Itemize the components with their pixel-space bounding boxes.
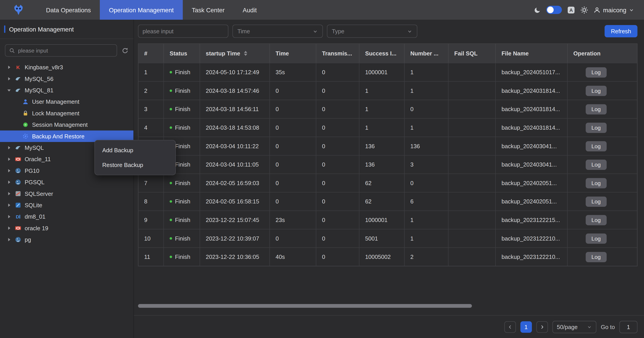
sort-icon[interactable]: [244, 51, 247, 56]
log-button[interactable]: Log: [586, 141, 606, 151]
table-row: 2Finish2024-03-18 14:57:460011backup_202…: [138, 81, 637, 100]
chevron-down-icon: [407, 29, 412, 34]
cell-time: 0: [270, 100, 316, 118]
page-number-1[interactable]: 1: [520, 321, 532, 333]
expand-arrow-icon[interactable]: [6, 87, 12, 93]
cell-operation: Log: [568, 155, 637, 174]
expand-arrow-icon[interactable]: [6, 190, 12, 197]
expand-arrow-icon[interactable]: [6, 179, 12, 185]
gear-icon[interactable]: [580, 6, 588, 14]
context-menu: Add BackupRestore Backup: [94, 140, 176, 175]
horizontal-scrollbar: [138, 304, 638, 308]
filter-search-input[interactable]: [142, 28, 224, 34]
sidebar-item-pgsql[interactable]: PGSQL: [0, 176, 134, 188]
log-button[interactable]: Log: [586, 215, 606, 225]
column-header-startup-time[interactable]: startup Time: [200, 44, 270, 63]
user-management-icon: [22, 99, 29, 105]
table-body: 1Finish2024-05-10 17:12:4935s010000011ba…: [138, 63, 637, 266]
database-tree: K Kingbase_v8r3 MySQL_56 MySQL_81 User M…: [0, 59, 134, 338]
horizontal-scrollbar-thumb[interactable]: [138, 304, 472, 308]
log-button[interactable]: Log: [586, 233, 606, 243]
cell-number: 136: [404, 137, 448, 155]
user-menu[interactable]: maicong: [594, 6, 634, 13]
sidebar-item-dm8-01[interactable]: D dm8_01: [0, 211, 134, 222]
next-page-button[interactable]: [536, 321, 548, 333]
cell-file-name: backup_2023122215...: [496, 211, 568, 229]
log-button[interactable]: Log: [586, 122, 606, 133]
expand-arrow-icon[interactable]: [6, 225, 12, 231]
sidebar-search-input[interactable]: [18, 47, 113, 54]
expand-arrow-icon[interactable]: [6, 156, 12, 162]
sidebar-item-sqlite[interactable]: SQLite: [0, 199, 134, 211]
log-button[interactable]: Log: [586, 178, 606, 188]
cell-operation: Log: [568, 248, 637, 266]
tree-item-label: PGSQL: [24, 179, 44, 185]
sidebar-item-lock-management[interactable]: Lock Management: [0, 107, 134, 119]
cell-success: 1000001: [359, 63, 404, 81]
sidebar-item-pg[interactable]: pg: [0, 234, 134, 245]
tree-item-label: Oracle_11: [24, 156, 51, 162]
cell-success: 1: [359, 100, 404, 118]
cell-time: 0: [270, 118, 316, 137]
sidebar-item-sqlserver[interactable]: SQLServer: [0, 188, 134, 199]
cell-startup-time: 2023-12-22 10:36:05: [200, 248, 270, 266]
status-dot: [170, 219, 172, 221]
filter-bar: Time Type Refresh: [134, 20, 644, 38]
table-header-row: #Statusstartup TimeTimeTransmis...Succes…: [138, 44, 637, 63]
type-select[interactable]: Type: [327, 24, 417, 38]
theme-toggle[interactable]: [546, 6, 562, 14]
cell-operation: Log: [568, 118, 637, 137]
sidebar-search-box: [5, 44, 117, 56]
cell-transmission: 0: [316, 63, 359, 81]
tree-item-label: SQLServer: [24, 190, 53, 197]
expand-arrow-icon[interactable]: [6, 236, 12, 243]
expand-arrow-icon[interactable]: [6, 64, 12, 70]
language-icon[interactable]: A: [567, 6, 575, 14]
cell-operation: Log: [568, 63, 637, 81]
prev-page-button[interactable]: [504, 321, 516, 333]
sidebar-item-kingbase-v8r3[interactable]: K Kingbase_v8r3: [0, 61, 134, 73]
sidebar-item-mysql-81[interactable]: MySQL_81: [0, 84, 134, 96]
tree-item-label: MySQL_56: [24, 75, 54, 82]
cell-success: 136: [359, 137, 404, 155]
svg-text:D: D: [16, 214, 19, 219]
cell-fail-sql: [448, 100, 496, 118]
refresh-tree-icon[interactable]: [122, 47, 128, 54]
menu-item-restore-backup[interactable]: Restore Backup: [95, 158, 176, 172]
table-row: 10Finish2023-12-22 10:39:070050011backup…: [138, 229, 637, 248]
sidebar-item-oracle-19[interactable]: oracle 19: [0, 222, 134, 234]
log-button[interactable]: Log: [586, 104, 606, 114]
cell-index: 11: [138, 248, 164, 266]
expand-arrow-icon[interactable]: [6, 213, 12, 220]
chevron-left-icon: [508, 324, 512, 329]
cell-fail-sql: [448, 192, 496, 211]
nav-item-data-operations[interactable]: Data Operations: [37, 0, 100, 20]
sidebar-item-user-management[interactable]: User Management: [0, 96, 134, 107]
page-size-select[interactable]: 50/page: [552, 321, 596, 333]
nav-item-audit[interactable]: Audit: [234, 0, 266, 20]
nav-item-operation-management[interactable]: Operation Management: [100, 0, 182, 20]
mysql-icon: [15, 75, 21, 82]
expand-arrow-icon[interactable]: [6, 167, 12, 174]
log-button[interactable]: Log: [586, 196, 606, 207]
nav-item-task-center[interactable]: Task Center: [183, 0, 234, 20]
expand-arrow-icon[interactable]: [6, 202, 12, 208]
expand-arrow-icon[interactable]: [6, 144, 12, 151]
menu-item-add-backup[interactable]: Add Backup: [95, 143, 176, 158]
tree-item-label: oracle 19: [24, 225, 48, 231]
expand-arrow-icon[interactable]: [6, 75, 12, 82]
cell-success: 5001: [359, 229, 404, 248]
log-button[interactable]: Log: [586, 252, 606, 262]
status-dot: [170, 126, 172, 129]
chevron-down-icon: [587, 324, 592, 329]
log-button[interactable]: Log: [586, 159, 606, 170]
goto-page-input[interactable]: [620, 321, 638, 333]
column-header-number: Number ...: [404, 44, 448, 63]
sidebar-item-session-management[interactable]: Session Management: [0, 119, 134, 130]
log-button[interactable]: Log: [586, 86, 606, 96]
refresh-button[interactable]: Refresh: [604, 25, 638, 37]
table-row: 3Finish2024-03-18 14:56:110010backup_202…: [138, 100, 637, 118]
log-button[interactable]: Log: [586, 67, 606, 77]
time-select[interactable]: Time: [232, 24, 323, 38]
sidebar-item-mysql-56[interactable]: MySQL_56: [0, 73, 134, 84]
